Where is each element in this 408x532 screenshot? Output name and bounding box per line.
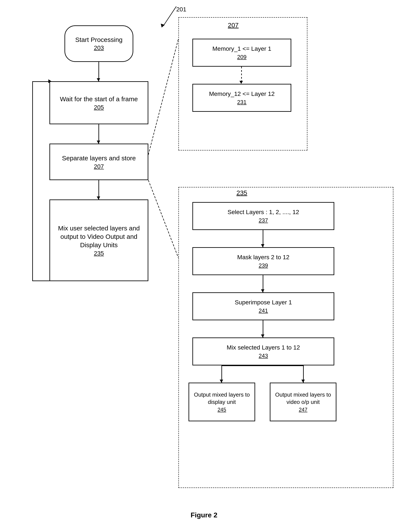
svg-line-2	[148, 39, 178, 155]
svg-line-0	[163, 7, 176, 26]
diagram-container: 201 Start Processing 203 Wait for the st…	[0, 0, 408, 532]
arrow-mixlay-left	[221, 365, 222, 383]
loop-arrow-tip	[48, 79, 51, 83]
node-start-processing: Start Processing 203	[65, 25, 133, 62]
node-memory1: Memory_1 <= Layer 1 209	[192, 39, 291, 67]
arrow-sep-to-mix	[98, 180, 99, 200]
node-output-display: Output mixed layers to display unit 245	[188, 383, 255, 421]
arrow-super-to-mixlay	[263, 320, 263, 338]
arrow-mixlay-right	[303, 365, 304, 383]
node-wait-frame: Wait for the start of a frame 205	[50, 81, 148, 124]
ref-201-arrow	[157, 4, 178, 30]
arrow-mask-to-super	[263, 275, 263, 292]
figure-caption: Figure 2	[191, 511, 217, 519]
node-mix-selected-layers: Mix selected Layers 1 to 12 243	[192, 338, 334, 365]
arrow-wait-to-sep	[98, 124, 99, 144]
arrow-select-to-mask	[263, 230, 263, 247]
loop-arrow-top-h	[32, 81, 50, 82]
node-memory12: Memory_12 <= Layer 12 231	[192, 84, 291, 112]
box-207-label: 207	[228, 22, 239, 29]
dashed-arrow-memory	[241, 67, 242, 84]
loop-arrow-bot-h	[32, 280, 50, 281]
arrow-start-to-wait	[98, 62, 99, 81]
svg-marker-1	[161, 24, 165, 27]
loop-arrow-v	[32, 81, 33, 281]
box-235-label: 235	[237, 189, 247, 196]
node-select-layers: Select Layers : 1, 2, ...., 12 237	[192, 202, 334, 230]
node-mix-layers: Mix user selected layers and output to V…	[50, 200, 148, 281]
node-mask-layers: Mask layers 2 to 12 239	[192, 247, 334, 275]
arrow-mixlay-h	[221, 365, 304, 366]
node-separate-layers: Separate layers and store 207	[50, 144, 148, 180]
node-superimpose: Superimpose Layer 1 241	[192, 292, 334, 320]
node-output-video: Output mixed layers to video o/p unit 24…	[270, 383, 336, 421]
svg-line-3	[148, 180, 178, 258]
